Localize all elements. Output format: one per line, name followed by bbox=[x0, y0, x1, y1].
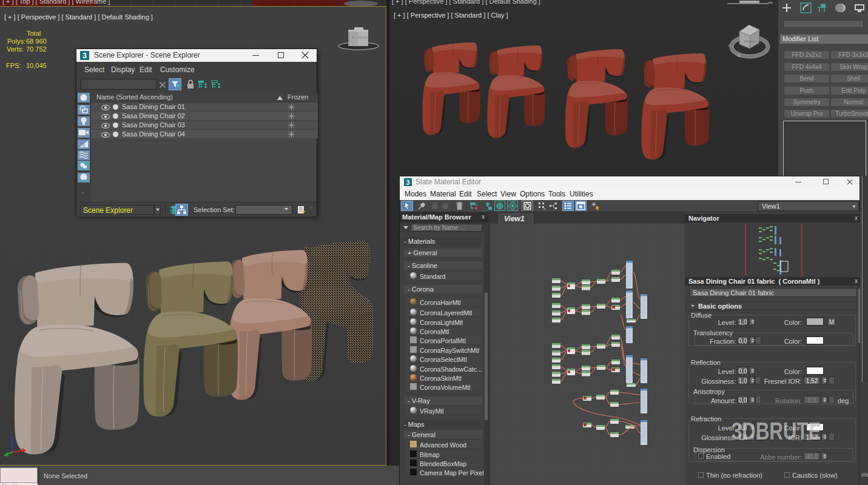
svg-text:3: 3 bbox=[406, 179, 410, 186]
svg-text:FRONT: FRONT bbox=[357, 36, 368, 39]
svg-text:S: S bbox=[738, 53, 741, 58]
svg-text:AY: AY bbox=[351, 36, 355, 39]
svg-text:3: 3 bbox=[82, 52, 87, 60]
svg-text:W: W bbox=[728, 44, 731, 47]
svg-text:FRONT: FRONT bbox=[744, 39, 756, 44]
